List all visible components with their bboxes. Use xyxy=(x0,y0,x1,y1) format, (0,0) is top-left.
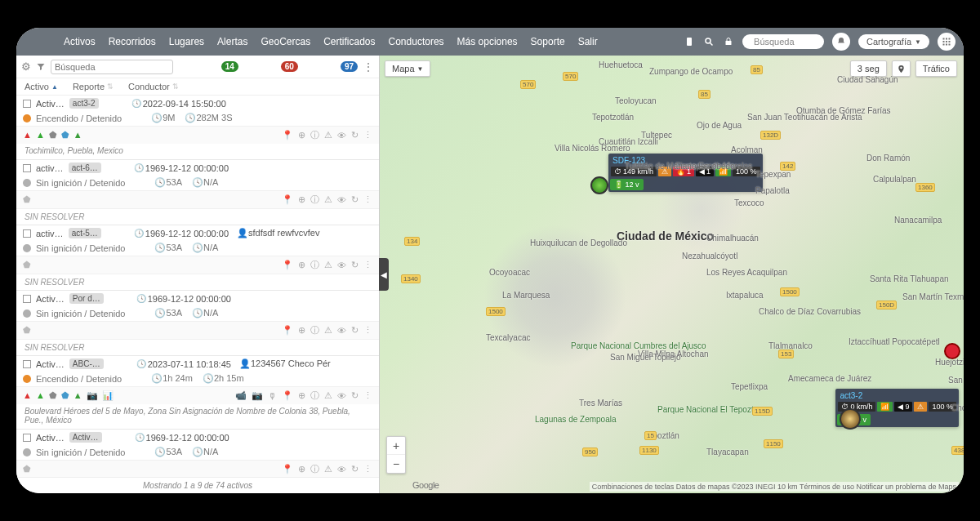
status-icons: ⬟ xyxy=(23,464,31,474)
asset-row[interactable]: activ…act-6…🕓1969-12-12 00:00:00Sin igni… xyxy=(16,160,379,225)
collapse-sidebar-handle[interactable]: ◀ xyxy=(379,258,389,291)
action-icons[interactable]: 📍⊕ⓘ⚠👁↻⋮ xyxy=(282,194,372,206)
nav-alertas[interactable]: Alertas xyxy=(211,36,254,47)
lock-icon[interactable] xyxy=(723,36,734,47)
asset-row[interactable]: Activ…Activ…🕓1969-12-12 00:00:00Sin igni… xyxy=(16,430,379,477)
asset-list[interactable]: Activ…act3-2🕓2022-09-14 15:50:00Encendid… xyxy=(16,96,379,477)
action-icons[interactable]: 📍⊕ⓘ⚠👁↻⋮ xyxy=(282,463,372,475)
tab-reporte[interactable]: Reporte⇅ xyxy=(73,82,114,91)
map-style-button[interactable]: Cartografía ▼ xyxy=(858,34,929,49)
nav-mas[interactable]: Más opciones xyxy=(451,36,524,47)
asset-driver: 👤1234567 Checo Pér xyxy=(239,358,331,369)
map-place-label: Papalotla xyxy=(755,186,790,195)
metric-1: 🕓53A xyxy=(154,177,182,188)
traffic-button[interactable]: Tráfico xyxy=(915,60,957,77)
status-dot xyxy=(23,179,31,187)
map-style-label: Cartografía xyxy=(866,37,911,47)
tooltip-title: act3-2 xyxy=(837,390,957,401)
asset-row[interactable]: activ…act-5…🕓1969-12-12 00:00:00👤sfdfsdf… xyxy=(16,225,379,291)
tab-conductor[interactable]: Conductor⇅ xyxy=(128,82,179,91)
status-dot xyxy=(23,114,31,122)
action-icons[interactable]: 📍⊕ⓘ⚠👁↻⋮ xyxy=(282,324,372,336)
metric-1: 🕓53A xyxy=(154,447,182,457)
asset-chip[interactable]: ABC-… xyxy=(69,358,104,369)
action-icons[interactable]: 📍⊕ⓘ⚠👁↻⋮ xyxy=(282,259,372,271)
search-icon[interactable] xyxy=(703,36,715,47)
asset-status: Encendido / Detenido xyxy=(36,114,122,123)
nav-geocercas[interactable]: GeoCercas xyxy=(254,36,317,47)
map-place-label: Amecameca de Juárez xyxy=(788,374,871,383)
road-shield: 153 xyxy=(778,350,794,358)
badge-blue[interactable]: 97 xyxy=(341,61,358,72)
nav-conductores[interactable]: Conductores xyxy=(382,36,451,47)
checkbox[interactable] xyxy=(23,434,31,442)
svg-rect-8 xyxy=(946,41,947,42)
refresh-interval-button[interactable]: 3 seg xyxy=(850,60,887,77)
apps-grid-icon[interactable] xyxy=(938,33,956,51)
nav-activos[interactable]: Activos xyxy=(57,36,102,47)
nav-soporte[interactable]: Soporte xyxy=(524,36,572,47)
map-place-label: Acolman xyxy=(731,145,763,154)
vehicle-tooltip-1[interactable]: SDF-123 ⏱ 149 km/h ⚠ 🔥1 ◀1 📶 100 % 🔋 12 … xyxy=(608,154,763,192)
vehicle-marker-2[interactable] xyxy=(840,408,861,430)
map-place-label: Texcoco xyxy=(734,198,764,207)
map-place-label: Los Reyes Acaquilpan xyxy=(706,268,787,277)
warn-cell: ⚠ xyxy=(914,402,927,412)
notifications-icon[interactable] xyxy=(832,33,850,51)
badge-red[interactable]: 60 xyxy=(281,61,298,72)
vehicle-marker-3[interactable] xyxy=(944,343,960,359)
nav-lugares[interactable]: Lugares xyxy=(163,36,211,47)
map-place-label: Santa Rita Tlahuapan xyxy=(870,274,949,283)
asset-chip[interactable]: act3-2 xyxy=(69,98,99,109)
metric-1: 🕓1h 24m xyxy=(151,373,193,384)
metric-2: 🕓N/A xyxy=(192,447,218,457)
badge-green[interactable]: 14 xyxy=(221,61,238,72)
nav-salir[interactable]: Salir xyxy=(572,36,604,47)
action-icons[interactable]: 📍⊕ⓘ⚠👁↻⋮ xyxy=(282,129,372,141)
checkbox[interactable] xyxy=(23,164,31,172)
map-attribution: Combinaciones de teclas Datos de mapas ©… xyxy=(590,482,959,492)
status-icons: ⬟ xyxy=(23,325,31,336)
checkbox[interactable] xyxy=(23,295,31,303)
checkbox[interactable] xyxy=(23,229,31,238)
locate-icon[interactable] xyxy=(892,60,911,77)
unresolved-label: SIN RESOLVER xyxy=(16,339,379,355)
asset-chip[interactable]: act-5… xyxy=(69,228,101,238)
nav-certificados[interactable]: Certificados xyxy=(317,36,381,47)
nav-cell: ◀9 xyxy=(894,402,912,412)
metric-2: 🕓N/A xyxy=(192,177,218,188)
filter-icon[interactable] xyxy=(36,62,46,72)
phone-icon[interactable] xyxy=(684,36,695,47)
metric-1: 🕓53A xyxy=(154,243,182,253)
checkbox[interactable] xyxy=(23,100,31,108)
asset-row[interactable]: Activ…Por d…🕓1969-12-12 00:00:00Sin igni… xyxy=(16,291,379,356)
asset-chip[interactable]: Activ… xyxy=(69,432,102,443)
pagination-footer: Mostrando 1 a 9 de 74 activos xyxy=(16,477,379,493)
svg-rect-12 xyxy=(949,44,951,46)
asset-row[interactable]: Activ…ABC-…🕓2023-07-11 10:18:45👤1234567 … xyxy=(16,356,379,430)
tab-activo[interactable]: Activo▲ xyxy=(24,82,58,91)
nav-recorridos[interactable]: Recorridos xyxy=(102,36,163,47)
asset-name: Activ… xyxy=(36,433,65,443)
map-mode-button[interactable]: Mapa ▼ xyxy=(385,60,430,77)
road-shield: 150D xyxy=(876,301,897,309)
checkbox[interactable] xyxy=(23,360,31,368)
svg-point-1 xyxy=(706,38,710,43)
action-icons[interactable]: 📹📷🎙📍⊕ⓘ⚠👁↻⋮ xyxy=(235,390,372,402)
global-search-input[interactable]: Búsqueda xyxy=(742,34,824,49)
asset-location: Boulevard Héroes del 5 de Mayo, Zona Sin… xyxy=(16,404,379,429)
sort-asc-icon: ▲ xyxy=(51,83,58,91)
more-icon[interactable]: ⋮ xyxy=(363,60,374,73)
asset-chip[interactable]: Por d… xyxy=(69,293,104,304)
asset-chip[interactable]: act-6… xyxy=(69,163,101,173)
map-place-label: Lagunas de Zempoala xyxy=(535,415,617,424)
gear-icon[interactable]: ⚙ xyxy=(21,60,31,73)
map-canvas[interactable]: ◀ Mapa ▼ 3 seg Tráfico SDF-123 ⏱ 149 km/… xyxy=(380,56,964,493)
metric-2: 🕓N/A xyxy=(192,308,218,318)
map-place-label: Nanacamilpa xyxy=(894,216,942,225)
zoom-in-button[interactable]: + xyxy=(387,437,405,455)
asset-row[interactable]: Activ…act3-2🕓2022-09-14 15:50:00Encendid… xyxy=(16,96,379,160)
zoom-out-button[interactable]: − xyxy=(387,455,405,473)
vehicle-marker-1[interactable] xyxy=(590,176,608,194)
sidebar-search-input[interactable] xyxy=(51,60,173,74)
